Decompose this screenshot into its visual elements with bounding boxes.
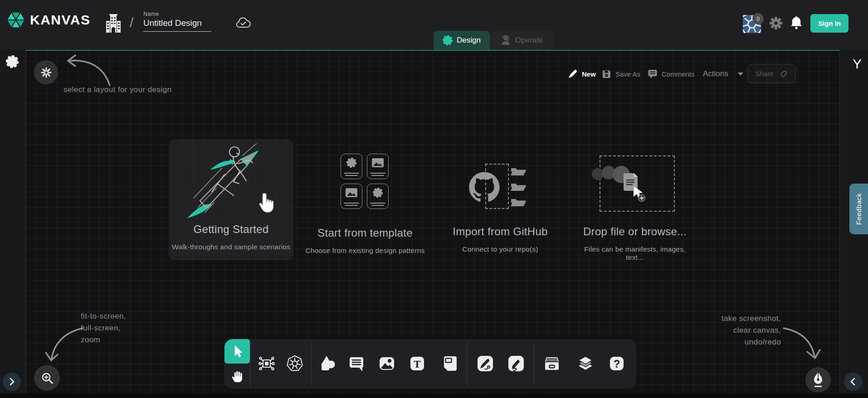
comments-icon xyxy=(648,69,658,79)
chevron-right-icon xyxy=(9,378,15,386)
pen-nib-icon xyxy=(811,371,825,389)
notifications-bell-icon[interactable] xyxy=(790,15,803,30)
tool-image[interactable] xyxy=(376,353,397,374)
zoom-controls-button[interactable] xyxy=(34,365,60,391)
layers-stack-icon xyxy=(576,354,595,373)
expand-left-panel-button[interactable] xyxy=(3,373,21,391)
toolbar-separator xyxy=(250,339,250,388)
card-title: Start from template xyxy=(302,227,429,239)
view-hint-arrow xyxy=(42,322,85,367)
sign-in-button[interactable]: Sign In xyxy=(810,14,848,33)
card-title: Getting Started xyxy=(169,223,293,236)
share-link-icon xyxy=(779,69,788,78)
view-hint-line: full-screen, xyxy=(81,322,126,334)
folder-icon xyxy=(511,195,527,207)
pencil-new-icon xyxy=(568,69,578,79)
feedback-tab[interactable]: Feedback xyxy=(849,184,868,234)
tab-design[interactable]: Design xyxy=(434,31,490,50)
tool-text[interactable]: T xyxy=(407,353,428,374)
brand-name: KANVAS xyxy=(30,12,90,28)
chevron-left-icon xyxy=(850,378,856,386)
pinwheel-icon xyxy=(346,158,356,168)
tool-flowchart[interactable] xyxy=(256,353,277,374)
tool-comment[interactable] xyxy=(346,353,367,374)
tool-pen[interactable] xyxy=(475,353,496,374)
settings-gear-icon[interactable] xyxy=(769,16,783,30)
canvas-hint-text: take screenshot, clear canvas, undo/redo xyxy=(698,313,781,348)
flowchart-node-icon xyxy=(258,354,276,373)
expand-right-panel-button[interactable] xyxy=(844,373,862,391)
view-hint-line: fit-to-screen, xyxy=(81,311,126,322)
share-button[interactable]: Share xyxy=(747,64,796,83)
actions-label: Actions xyxy=(703,69,728,78)
folder-icon xyxy=(511,180,527,192)
chevron-down-icon xyxy=(738,73,743,76)
tool-kubernetes[interactable] xyxy=(284,353,305,374)
save-as-button[interactable]: Save As xyxy=(602,66,640,82)
save-as-label: Save As xyxy=(615,70,640,78)
card-subtitle: Walk-throughs and sample scenarios xyxy=(169,243,293,251)
sticky-note-icon xyxy=(440,354,458,373)
toolbar-separator xyxy=(311,342,312,386)
github-octocat-icon xyxy=(469,172,500,203)
tool-help[interactable]: ? xyxy=(606,353,627,374)
shapes-toolbar: T xyxy=(224,339,636,388)
hand-pan-icon xyxy=(230,369,244,384)
comment-bubble-icon xyxy=(347,354,366,373)
tab-operate[interactable]: Operate xyxy=(490,31,553,50)
left-sidebar-strip xyxy=(0,50,26,393)
pencil-sketch-icon xyxy=(507,354,525,373)
breadcrumb-separator: / xyxy=(130,15,133,30)
zoom-in-magnifier-icon xyxy=(40,371,54,385)
help-question-icon: ? xyxy=(608,354,626,373)
tool-drawer[interactable] xyxy=(541,353,562,374)
tool-layers[interactable] xyxy=(575,353,596,374)
layout-picker-button[interactable] xyxy=(34,60,58,84)
kubernetes-helm-icon xyxy=(285,354,304,373)
design-name-field: Name xyxy=(143,11,211,32)
canvas-actions-button[interactable] xyxy=(805,367,831,393)
actions-dropdown[interactable]: Actions xyxy=(703,66,743,82)
template-tile-design xyxy=(367,184,389,209)
tool-select[interactable] xyxy=(224,339,250,364)
toolbar-separator xyxy=(534,342,534,386)
card-title: Import from GitHub xyxy=(446,225,555,238)
layout-hint-text: select a layout for your design xyxy=(63,85,171,94)
tool-pan[interactable] xyxy=(224,364,250,388)
loading-spinner-icon xyxy=(6,55,19,68)
tool-sticky-note[interactable] xyxy=(439,353,460,374)
drop-file-illustration xyxy=(590,163,655,206)
cloud-saved-icon xyxy=(235,16,251,29)
top-header: KANVAS / Name xyxy=(0,0,868,50)
card-subtitle: Choose from existing design patterns xyxy=(293,247,438,255)
svg-text:?: ? xyxy=(614,358,620,370)
tool-shapes[interactable] xyxy=(317,353,338,374)
tab-design-label: Design xyxy=(457,36,481,45)
new-button-label: New xyxy=(582,70,596,78)
asterisk-icon xyxy=(40,67,52,78)
design-name-input[interactable] xyxy=(143,17,211,32)
toolbar-separator xyxy=(467,342,468,386)
tool-pencil[interactable] xyxy=(506,353,527,374)
operator-headset-icon xyxy=(500,35,511,46)
image-icon xyxy=(346,188,357,197)
card-title: Drop file or browse... xyxy=(580,225,689,238)
template-tile-design xyxy=(341,154,362,179)
organization-icon[interactable] xyxy=(104,14,122,34)
svg-text:T: T xyxy=(414,359,420,370)
design-pinwheel-icon xyxy=(443,35,453,45)
folder-icon xyxy=(511,165,527,176)
save-floppy-icon xyxy=(602,69,611,79)
card-getting-started[interactable]: Getting Started Walk-throughs and sample… xyxy=(169,139,293,260)
pinwheel-icon xyxy=(373,188,383,198)
select-cursor-icon xyxy=(230,344,244,359)
pen-path-icon xyxy=(476,354,494,373)
canvas-hint-line: clear canvas, xyxy=(698,325,781,336)
new-button[interactable]: New xyxy=(568,66,596,82)
card-subtitle: Files can be manifests, images, text... xyxy=(576,245,694,262)
template-tile-image xyxy=(341,184,362,209)
view-hint-line: zoom xyxy=(81,334,126,346)
text-tool-icon: T xyxy=(408,354,426,373)
tab-operate-label: Operate xyxy=(515,36,543,45)
comments-button[interactable]: Comments xyxy=(648,66,695,82)
